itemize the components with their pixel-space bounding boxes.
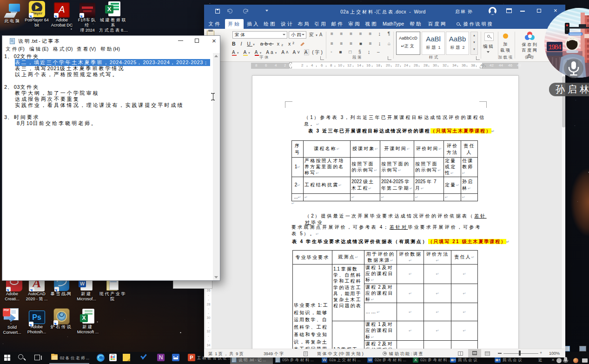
svg-text:1984: 1984 — [548, 44, 562, 52]
